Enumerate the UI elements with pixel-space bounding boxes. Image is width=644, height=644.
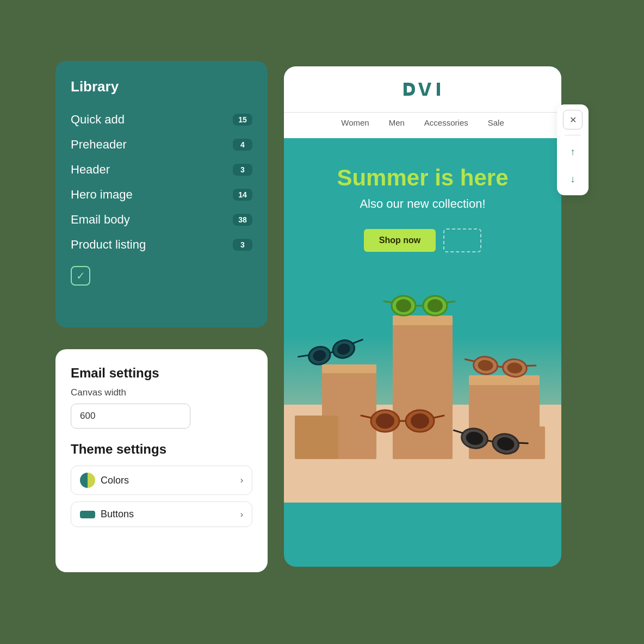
library-item-label: Preheader xyxy=(71,138,127,152)
settings-panel: Email settings Canvas width Theme settin… xyxy=(55,349,268,572)
library-title: Library xyxy=(71,78,252,95)
svg-rect-2 xyxy=(393,315,453,325)
library-item[interactable]: Hero image 14 xyxy=(71,182,252,207)
email-image-area xyxy=(284,263,561,503)
svg-rect-4 xyxy=(322,364,376,373)
buttons-theme-item[interactable]: Buttons › xyxy=(71,501,252,527)
email-settings-title: Email settings xyxy=(71,366,252,381)
library-item-badge: 15 xyxy=(233,114,252,126)
svg-point-12 xyxy=(428,299,443,312)
library-item-label: Email body xyxy=(71,213,130,227)
close-button[interactable]: ✕ xyxy=(563,110,583,129)
nav-women[interactable]: Women xyxy=(341,118,369,127)
buttons-label: Buttons xyxy=(101,509,134,520)
colors-chevron-icon: › xyxy=(240,475,243,485)
move-up-button[interactable]: ↑ xyxy=(562,141,584,163)
svg-rect-6 xyxy=(469,375,540,385)
svg-line-41 xyxy=(497,367,503,367)
library-item-badge: 38 xyxy=(233,214,252,226)
library-item-badge: 3 xyxy=(233,239,252,251)
library-panel: Library Quick add 15 Preheader 4 Header … xyxy=(55,61,268,327)
library-item-label: Quick add xyxy=(71,113,125,127)
logo-svg xyxy=(401,78,444,100)
nav-men[interactable]: Men xyxy=(389,118,405,127)
svg-point-10 xyxy=(396,299,411,312)
svg-line-43 xyxy=(527,365,536,367)
email-nav: Women Men Accessories Sale xyxy=(284,112,561,133)
canvas-width-label: Canvas width xyxy=(71,387,252,398)
library-item-label: Hero image xyxy=(71,188,133,202)
library-item[interactable]: Quick add 15 xyxy=(71,107,252,132)
svg-line-15 xyxy=(447,301,455,302)
svg-line-21 xyxy=(299,354,308,358)
svg-line-20 xyxy=(330,352,333,353)
nav-accessories[interactable]: Accessories xyxy=(424,118,468,127)
colors-theme-left: Colors xyxy=(80,473,129,488)
library-item-badge: 14 xyxy=(233,189,252,201)
theme-settings-title: Theme settings xyxy=(71,442,252,457)
toolbar-divider xyxy=(565,135,581,135)
nav-sale[interactable]: Sale xyxy=(488,118,504,127)
down-arrow-icon: ↓ xyxy=(571,174,575,185)
svg-rect-8 xyxy=(295,416,338,459)
move-down-button[interactable]: ↓ xyxy=(562,168,584,190)
buttons-theme-left: Buttons xyxy=(80,509,134,520)
canvas-width-input[interactable] xyxy=(71,404,190,429)
svg-line-42 xyxy=(465,360,474,361)
email-headline: Summer is here xyxy=(300,165,545,190)
up-arrow-icon: ↑ xyxy=(571,146,575,158)
colors-label: Colors xyxy=(101,475,129,486)
checkmark-icon: ✓ xyxy=(76,269,85,282)
email-logo xyxy=(284,78,561,104)
shop-now-button[interactable]: Shop now xyxy=(364,229,436,252)
library-item-label: Product listing xyxy=(71,238,146,252)
main-container: Library Quick add 15 Preheader 4 Header … xyxy=(55,61,589,583)
buttons-chevron-icon: › xyxy=(240,510,243,519)
svg-rect-1 xyxy=(393,318,453,459)
library-item-label: Header xyxy=(71,163,110,177)
email-cta-wrapper: Shop now xyxy=(300,228,545,252)
svg-point-24 xyxy=(376,413,394,429)
library-item[interactable]: Preheader 4 xyxy=(71,132,252,157)
svg-line-22 xyxy=(353,339,363,343)
buttons-icon xyxy=(80,511,95,518)
library-item[interactable]: Header 3 xyxy=(71,157,252,182)
email-subheading: Also our new collection! xyxy=(300,197,545,211)
email-preview: Women Men Accessories Sale Summer is her… xyxy=(284,66,561,567)
sunglasses-scene xyxy=(284,263,561,503)
email-hero: Summer is here Also our new collection! … xyxy=(284,138,561,252)
library-items-container: Quick add 15 Preheader 4 Header 3 Hero i… xyxy=(71,107,252,257)
library-item-badge: 3 xyxy=(233,164,252,176)
svg-line-14 xyxy=(384,301,392,302)
email-header: Women Men Accessories Sale xyxy=(284,66,561,138)
cta-dashed-placeholder xyxy=(443,228,481,252)
colors-icon xyxy=(80,473,95,488)
colors-theme-item[interactable]: Colors › xyxy=(71,466,252,495)
library-item[interactable]: Email body 38 xyxy=(71,207,252,232)
library-item-badge: 4 xyxy=(233,139,252,151)
library-item[interactable]: Product listing 3 xyxy=(71,232,252,257)
library-checkbox[interactable]: ✓ xyxy=(71,266,90,286)
toolbar-panel: ✕ ↑ ↓ xyxy=(557,104,589,195)
svg-point-26 xyxy=(411,413,429,429)
svg-line-34 xyxy=(487,441,493,442)
close-icon: ✕ xyxy=(569,115,577,125)
